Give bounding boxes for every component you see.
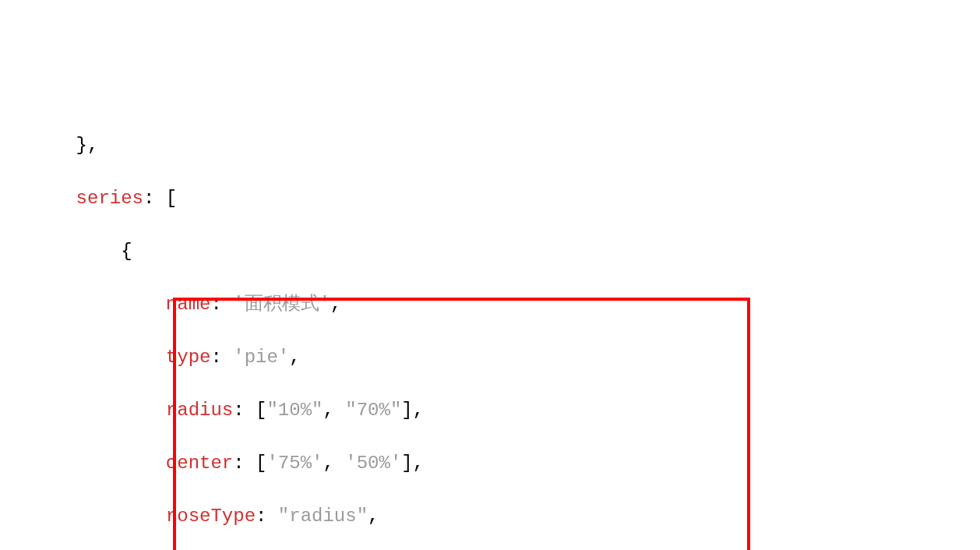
prop-series: series	[76, 188, 143, 209]
code-line: name: '面积模式',	[31, 291, 980, 318]
prop-radius: radius	[166, 400, 233, 421]
prop-rosetype: roseType	[166, 506, 256, 527]
code-line: },	[31, 132, 980, 159]
text: },	[31, 135, 98, 156]
code-line: series: [	[31, 185, 980, 212]
str-r1: "10%"	[266, 400, 323, 421]
str-c2: '50%'	[345, 453, 401, 474]
str-name-val: '面积模式'	[233, 294, 330, 315]
code-line: type: 'pie',	[31, 344, 980, 371]
code-line: roseType: "radius",	[31, 503, 980, 530]
code-line: radius: ["10%", "70%"],	[31, 397, 980, 424]
prop-name: name	[166, 294, 211, 315]
prop-type: type	[166, 347, 211, 368]
prop-center: center	[166, 453, 233, 474]
str-rose: "radius"	[278, 506, 368, 527]
code-editor[interactable]: }, series: [ { name: '面积模式', type: 'pie'…	[0, 106, 980, 550]
code-line: center: ['75%', '50%'],	[31, 450, 980, 477]
str-c1: '75%'	[266, 453, 323, 474]
str-type-val: 'pie'	[233, 347, 289, 368]
str-r2: "70%"	[345, 400, 401, 421]
code-line: {	[31, 238, 980, 265]
